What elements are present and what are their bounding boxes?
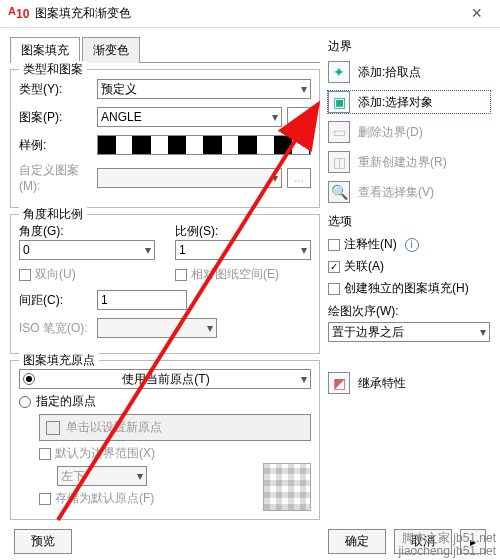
group-origin: 图案填充原点 xyxy=(19,352,99,369)
gap-input[interactable] xyxy=(97,290,187,310)
app-icon: A10 xyxy=(8,5,29,21)
custom-pattern-select xyxy=(97,168,282,188)
type-select[interactable]: 预定义 xyxy=(97,79,311,99)
recreate-boundary-button: ◫重新创建边界(R) xyxy=(328,151,490,173)
close-icon[interactable]: × xyxy=(461,3,492,24)
associative-checkbox[interactable]: ✓关联(A) xyxy=(328,258,490,275)
watermark: 脚本之家.jb51.netjiaocheng.jb51.net xyxy=(399,532,496,558)
custom-browse-button: ... xyxy=(287,168,311,188)
pattern-label: 图案(P): xyxy=(19,109,97,126)
angle-label: 角度(G): xyxy=(19,223,155,240)
group-type-pattern: 类型和图案 xyxy=(19,61,87,78)
pattern-select[interactable]: ANGLE xyxy=(97,107,282,127)
plus-select-icon: ▣ xyxy=(328,91,350,113)
ok-button[interactable]: 确定 xyxy=(328,529,386,554)
default-extent-checkbox: 默认为边界范围(X) xyxy=(39,445,311,462)
inherit-icon: ◩ xyxy=(328,372,350,394)
view-selection-button: 🔍查看选择集(V) xyxy=(328,181,490,203)
plus-pick-icon: ✦ xyxy=(328,61,350,83)
gap-label: 间距(C): xyxy=(19,292,97,309)
relpaper-checkbox: 相对图纸空间(E) xyxy=(175,266,311,283)
custom-pattern-label: 自定义图案(M): xyxy=(19,162,97,193)
scale-label: 比例(S): xyxy=(175,223,311,240)
crosshair-icon xyxy=(46,421,60,435)
set-origin-button: 单击以设置新原点 xyxy=(39,414,311,441)
add-select-button[interactable]: ▣添加:选择对象 xyxy=(328,91,490,113)
origin-preview xyxy=(263,463,311,511)
delete-icon: ▭ xyxy=(328,121,350,143)
draworder-label: 绘图次序(W): xyxy=(328,303,490,320)
radio-specified[interactable]: 指定的原点 xyxy=(19,393,311,410)
sample-swatch[interactable] xyxy=(97,135,311,155)
pattern-browse-button[interactable]: ... xyxy=(287,107,311,127)
group-angle-scale: 角度和比例 xyxy=(19,206,87,223)
scale-select[interactable]: 1 xyxy=(175,240,311,260)
angle-select[interactable]: 0 xyxy=(19,240,155,260)
draworder-select[interactable]: 置于边界之后 xyxy=(328,322,490,342)
add-pickpoint-button[interactable]: ✦添加:拾取点 xyxy=(328,61,490,83)
radio-use-current[interactable]: 使用当前原点(T) xyxy=(19,369,311,389)
tab-hatch[interactable]: 图案填充 xyxy=(10,37,80,63)
delete-boundary-button: ▭删除边界(D) xyxy=(328,121,490,143)
tab-gradient[interactable]: 渐变色 xyxy=(82,37,140,63)
options-title: 选项 xyxy=(328,213,490,230)
independent-checkbox[interactable]: 创建独立的图案填充(H) xyxy=(328,280,490,297)
preview-button[interactable]: 预览 xyxy=(14,529,72,554)
annotative-checkbox[interactable]: 注释性(N)i xyxy=(328,236,490,253)
tab-bar: 图案填充 渐变色 xyxy=(10,36,320,63)
sample-label: 样例: xyxy=(19,137,97,154)
extent-select: 左下 xyxy=(57,466,147,486)
boundary-title: 边界 xyxy=(328,38,490,55)
magnify-icon: 🔍 xyxy=(328,181,350,203)
iso-select xyxy=(97,318,217,338)
type-label: 类型(Y): xyxy=(19,81,97,98)
iso-label: ISO 笔宽(O): xyxy=(19,320,97,337)
recreate-icon: ◫ xyxy=(328,151,350,173)
window-title: 图案填充和渐变色 xyxy=(35,5,131,22)
inherit-button[interactable]: ◩继承特性 xyxy=(328,372,490,394)
bidir-checkbox: 双向(U) xyxy=(19,266,155,283)
info-icon[interactable]: i xyxy=(405,238,419,252)
